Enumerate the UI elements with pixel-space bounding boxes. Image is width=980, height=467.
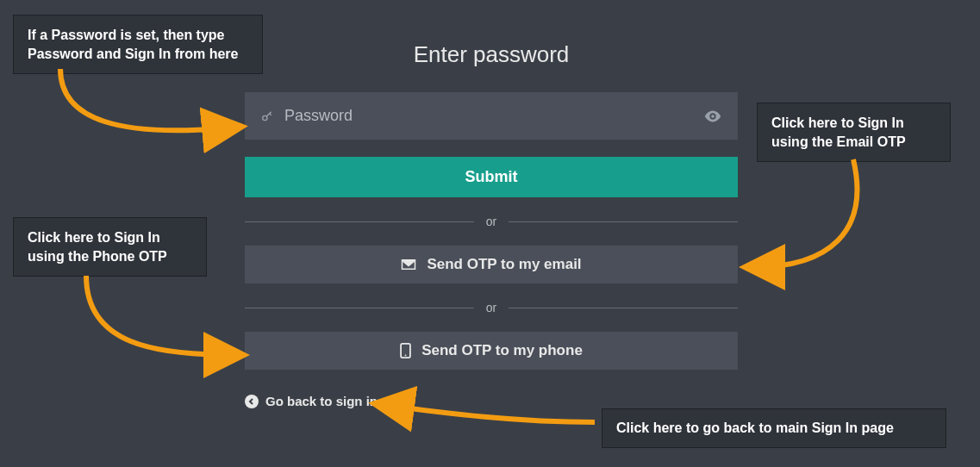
go-back-label: Go back to sign in (265, 394, 378, 408)
email-otp-label: Send OTP to my email (427, 256, 581, 273)
divider: or (245, 215, 738, 228)
divider-text: or (474, 215, 509, 228)
submit-button[interactable]: Submit (245, 157, 738, 197)
eye-icon[interactable] (703, 107, 722, 126)
divider: or (245, 301, 738, 314)
send-phone-otp-button[interactable]: Send OTP to my phone (245, 332, 738, 370)
svg-point-2 (405, 355, 407, 357)
password-input-wrap[interactable] (245, 92, 738, 140)
send-email-otp-button[interactable]: Send OTP to my email (245, 246, 738, 283)
email-icon (401, 258, 416, 271)
key-icon (260, 109, 274, 123)
divider-line (509, 308, 738, 308)
svg-point-0 (263, 115, 267, 120)
phone-icon (400, 343, 411, 358)
divider-line (245, 308, 474, 308)
callout-phone: Click here to Sign In using the Phone OT… (13, 217, 207, 277)
callout-password: If a Password is set, then type Password… (13, 15, 263, 74)
go-back-link[interactable]: Go back to sign in (245, 394, 738, 408)
phone-otp-label: Send OTP to my phone (421, 342, 583, 359)
divider-line (245, 221, 474, 222)
callout-email: Click here to Sign In using the Email OT… (757, 103, 951, 162)
callout-back: Click here to go back to main Sign In pa… (602, 408, 946, 448)
page-title: Enter password (245, 41, 738, 68)
login-form: Enter password Submit or (245, 41, 738, 408)
divider-line (509, 221, 738, 222)
back-arrow-icon (245, 395, 259, 408)
divider-text: or (474, 301, 509, 314)
password-input[interactable] (284, 107, 703, 125)
